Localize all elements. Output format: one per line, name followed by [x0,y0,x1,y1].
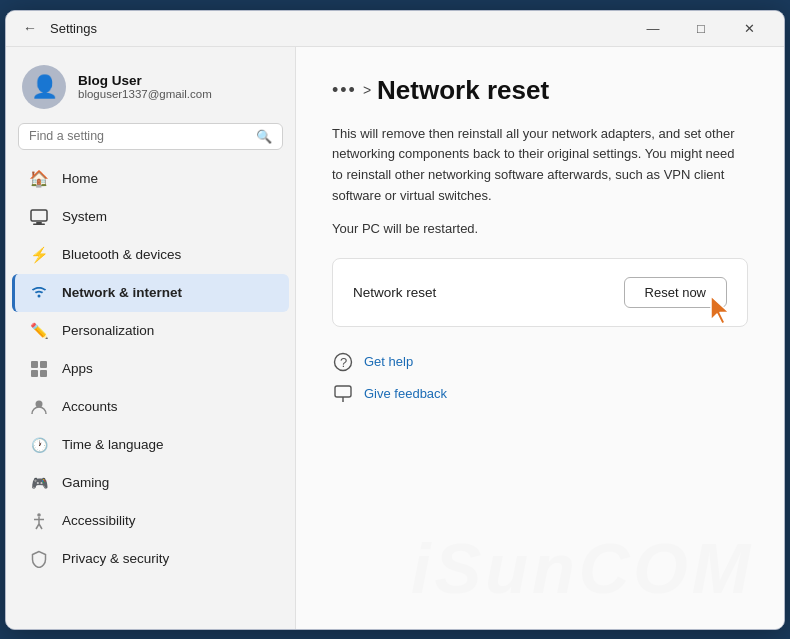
sidebar-item-network[interactable]: Network & internet [12,274,289,312]
sidebar-item-label: Network & internet [62,285,182,300]
maximize-button[interactable]: □ [678,13,724,43]
user-info: Blog User bloguser1337@gmail.com [78,73,212,100]
search-icon: 🔍 [256,129,272,144]
content-area: iSunCOM ••• > Network reset This will re… [296,47,784,629]
system-icon [28,206,50,228]
window-title: Settings [50,21,630,36]
accounts-icon [28,396,50,418]
get-help-icon: ? [332,351,354,373]
sidebar-item-label: System [62,209,107,224]
sidebar-item-apps[interactable]: Apps [12,350,289,388]
reset-now-button[interactable]: Reset now [624,277,727,308]
description-text: This will remove then reinstall all your… [332,124,748,207]
get-help-label: Get help [364,354,413,369]
get-help-link[interactable]: ? Get help [332,351,748,373]
sidebar-item-label: Bluetooth & devices [62,247,181,262]
sidebar-item-label: Apps [62,361,93,376]
time-icon: 🕐 [28,434,50,456]
gaming-icon: 🎮 [28,472,50,494]
sidebar-item-label: Accessibility [62,513,136,528]
reset-card-label: Network reset [353,285,436,300]
feedback-label: Give feedback [364,386,447,401]
personalization-icon: ✏️ [28,320,50,342]
reset-card: Network reset Reset now [332,258,748,327]
avatar: 👤 [22,65,66,109]
user-name: Blog User [78,73,212,88]
svg-text:?: ? [340,355,347,370]
search-bar: 🔍 [18,123,283,150]
sidebar-item-personalization[interactable]: ✏️ Personalization [12,312,289,350]
sidebar-item-accessibility[interactable]: Accessibility [12,502,289,540]
svg-line-12 [36,524,39,529]
nav-list: 🏠 Home System ⚡ Bluetooth & devices [6,160,295,578]
apps-icon [28,358,50,380]
svg-rect-0 [31,210,47,221]
sidebar: 👤 Blog User bloguser1337@gmail.com 🔍 🏠 H… [6,47,296,629]
accessibility-icon [28,510,50,532]
sidebar-item-home[interactable]: 🏠 Home [12,160,289,198]
sidebar-item-system[interactable]: System [12,198,289,236]
restart-note: Your PC will be restarted. [332,221,748,236]
sidebar-item-label: Privacy & security [62,551,169,566]
svg-rect-5 [40,361,47,368]
sidebar-item-label: Accounts [62,399,118,414]
bluetooth-icon: ⚡ [28,244,50,266]
svg-point-18 [342,400,344,402]
help-links: ? Get help Give fee [332,351,748,405]
svg-rect-17 [335,386,351,397]
home-icon: 🏠 [28,168,50,190]
main-layout: 👤 Blog User bloguser1337@gmail.com 🔍 🏠 H… [6,47,784,629]
window-controls: — □ ✕ [630,13,772,43]
search-input[interactable] [29,129,250,143]
svg-rect-4 [31,361,38,368]
sidebar-item-privacy[interactable]: Privacy & security [12,540,289,578]
privacy-icon [28,548,50,570]
user-email: bloguser1337@gmail.com [78,88,212,100]
watermark: iSunCOM [411,529,754,609]
user-section: 👤 Blog User bloguser1337@gmail.com [6,47,295,123]
sidebar-item-time[interactable]: 🕐 Time & language [12,426,289,464]
svg-rect-6 [31,370,38,377]
avatar-icon: 👤 [31,74,58,100]
page-title: Network reset [377,75,549,106]
network-icon [28,282,50,304]
svg-point-9 [37,513,41,517]
give-feedback-link[interactable]: Give feedback [332,383,748,405]
close-button[interactable]: ✕ [726,13,772,43]
svg-rect-2 [33,223,45,225]
breadcrumb-dots: ••• [332,80,357,101]
svg-point-3 [38,294,41,297]
sidebar-item-label: Gaming [62,475,109,490]
settings-window: ← Settings — □ ✕ 👤 Blog User bloguser133… [5,10,785,630]
sidebar-item-label: Home [62,171,98,186]
sidebar-item-accounts[interactable]: Accounts [12,388,289,426]
sidebar-item-label: Time & language [62,437,164,452]
title-bar: ← Settings — □ ✕ [6,11,784,47]
content-inner: ••• > Network reset This will remove the… [296,47,784,433]
svg-rect-7 [40,370,47,377]
svg-line-13 [39,524,42,529]
feedback-icon [332,383,354,405]
sidebar-item-gaming[interactable]: 🎮 Gaming [12,464,289,502]
sidebar-item-bluetooth[interactable]: ⚡ Bluetooth & devices [12,236,289,274]
back-button[interactable]: ← [18,16,42,40]
breadcrumb: ••• > Network reset [332,75,748,106]
sidebar-item-label: Personalization [62,323,154,338]
minimize-button[interactable]: — [630,13,676,43]
breadcrumb-arrow: > [363,82,371,98]
